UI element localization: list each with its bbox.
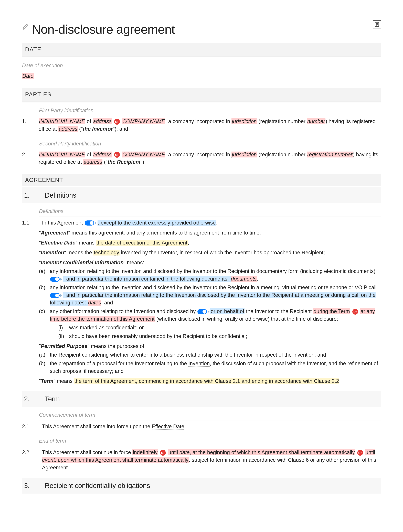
or-badge[interactable]: or [357, 450, 363, 456]
section-3-number: 3. [23, 481, 36, 491]
party2-address[interactable]: address [93, 152, 112, 158]
editable-text[interactable]: the term of this Agreement, commencing i… [74, 378, 339, 384]
toggle-icon[interactable] [50, 293, 60, 298]
def-permitted-purpose: "Permitted Purpose" means the purposes o… [39, 342, 381, 375]
document-title: Non-disclosure agreement [32, 20, 175, 38]
ici-item-c-ii: (ii) should have been reasonably underst… [58, 333, 381, 340]
date-value: Date [22, 72, 381, 80]
section-2-number: 2. [23, 394, 36, 404]
definitions-note: Definitions [39, 203, 381, 217]
documents-placeholder[interactable]: documents [231, 276, 257, 282]
ici-item-c: (c) any other information relating to th… [39, 308, 381, 340]
clause-2-2: 2.2 This Agreement shall continue in for… [22, 449, 381, 472]
clause-1-1: 1.1 In this Agreement , except to the ex… [22, 219, 381, 227]
or-badge[interactable]: or [352, 309, 358, 315]
party1-number: 1. [22, 118, 34, 133]
toggle-icon[interactable] [50, 277, 60, 282]
ici-item-b: (b) any information relating to the Inve… [39, 284, 381, 307]
def-invention: "Invention" means the technology invente… [39, 249, 381, 257]
optional-text[interactable]: , and in particular the information cont… [63, 276, 231, 282]
section-date-header: DATE [22, 43, 381, 56]
party2-body: INDIVIDUAL NAME of address or COMPANY NA… [39, 151, 381, 166]
party1-jurisdiction[interactable]: jurisdiction [232, 118, 257, 124]
clause-1-1-number: 1.1 [22, 219, 37, 227]
or-badge[interactable]: or [114, 119, 120, 125]
alt-text[interactable]: until date, at the beginning of which th… [168, 449, 355, 455]
title-row: Non-disclosure agreement [22, 20, 381, 38]
section-1-title: Definitions [45, 190, 76, 200]
section-1-heading: 1. Definitions [22, 187, 381, 203]
chevron-right-icon [60, 294, 62, 297]
section-1-number: 1. [23, 190, 36, 200]
pp-item-a: (a) the Recipient considering whether to… [39, 351, 381, 359]
clause-2-1-body: This Agreement shall come into force upo… [42, 423, 381, 431]
edit-icon [22, 23, 29, 30]
clause-2-1-number: 2.1 [22, 423, 37, 431]
term-ici: Inventor Confidential Information [41, 260, 124, 266]
party2-row: 2. INDIVIDUAL NAME of address or COMPANY… [22, 151, 381, 166]
alt-text[interactable]: indefinitely [132, 449, 158, 455]
party2-note: Second Party identification [39, 136, 381, 149]
outline-button[interactable] [373, 20, 381, 28]
party2-company[interactable]: COMPANY NAME [122, 152, 165, 158]
party1-address[interactable]: address [93, 118, 112, 124]
party1-note: First Party identification [39, 102, 381, 116]
party2-address2[interactable]: address [83, 159, 102, 165]
editable-text[interactable]: the date of execution of this Agreement [96, 240, 188, 246]
toggle-icon[interactable] [85, 221, 94, 226]
party1-address2[interactable]: address [58, 126, 78, 132]
date-placeholder[interactable]: date [179, 449, 189, 455]
event-placeholder[interactable]: event [42, 457, 55, 463]
or-badge[interactable]: or [114, 152, 120, 158]
section-2-title: Term [45, 394, 60, 404]
date-placeholder[interactable]: Date [22, 73, 34, 79]
chevron-right-icon [95, 222, 97, 224]
clause-2-2-number: 2.2 [22, 449, 37, 472]
party1-defined-term: the Inventor [83, 126, 113, 132]
party1-row: 1. INDIVIDUAL NAME of address or COMPANY… [22, 118, 381, 133]
section-parties-header: PARTIES [22, 88, 381, 101]
section-3-title: Recipient confidentiality obligations [45, 481, 150, 491]
party1-regnum[interactable]: number [307, 118, 325, 124]
party2-number: 2. [22, 151, 34, 166]
dates-placeholder[interactable]: dates [88, 300, 101, 306]
party2-defined-term: the Recipient [107, 159, 140, 165]
party1-individual[interactable]: INDIVIDUAL NAME [39, 118, 85, 124]
or-badge[interactable]: or [160, 450, 166, 456]
section-agreement-header: AGREEMENT [22, 174, 381, 186]
end-of-term-note: End of term [39, 433, 381, 446]
term-term: Term [41, 378, 54, 384]
party1-company[interactable]: COMPANY NAME [122, 118, 165, 124]
chevron-right-icon [60, 278, 62, 281]
term-permitted-purpose: Permitted Purpose [41, 343, 88, 349]
ici-item-a: (a) any information relating to the Inve… [39, 267, 381, 283]
party2-regnum[interactable]: registration number [307, 152, 353, 158]
party2-individual[interactable]: INDIVIDUAL NAME [39, 152, 85, 158]
section-3-heading: 3. Recipient confidentiality obligations [22, 478, 381, 494]
alt-text[interactable]: during the Term [313, 308, 350, 314]
optional-text[interactable]: , except to the extent expressly provide… [98, 220, 216, 226]
ici-item-c-i: (i) was marked as "confidential"; or [58, 324, 381, 331]
date-note: Date of execution [22, 57, 381, 71]
section-2-heading: 2. Term [22, 391, 381, 407]
term-agreement: Agreement [41, 230, 68, 236]
def-effective-date: "Effective Date" means the date of execu… [39, 239, 381, 247]
def-agreement: "Agreement" means this agreement, and an… [39, 229, 381, 237]
clause-1-1-body: In this Agreement , except to the extent… [42, 219, 381, 227]
term-invention: Invention [41, 250, 64, 255]
party2-jurisdiction[interactable]: jurisdiction [232, 152, 257, 158]
editable-text[interactable]: technology [94, 250, 120, 255]
clause-2-2-body: This Agreement shall continue in force i… [42, 449, 381, 472]
toggle-icon[interactable] [197, 309, 207, 314]
chevron-right-icon [208, 310, 210, 313]
def-ici: "Inventor Confidential Information" mean… [39, 259, 381, 340]
term-effective-date: Effective Date [41, 240, 75, 246]
def-term: "Term" means the term of this Agreement,… [39, 377, 381, 385]
commencement-note: Commencement of term [39, 407, 381, 420]
optional-text[interactable]: or on behalf of [210, 308, 245, 314]
clause-2-1: 2.1 This Agreement shall come into force… [22, 423, 381, 431]
party1-body: INDIVIDUAL NAME of address or COMPANY NA… [39, 118, 381, 133]
pp-item-b: (b) the preparation of a proposal for th… [39, 360, 381, 375]
